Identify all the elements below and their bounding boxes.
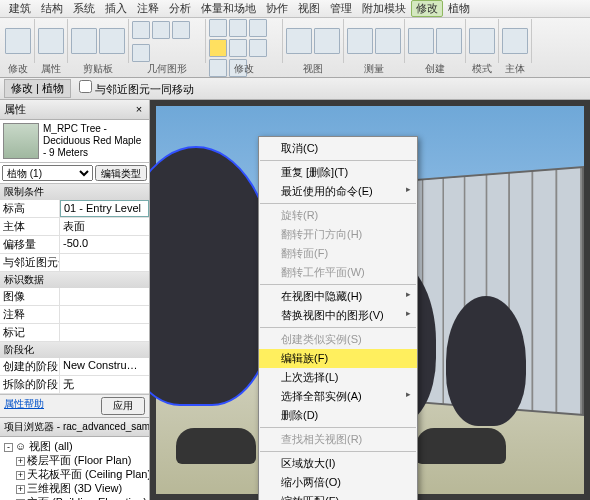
context-menu-item[interactable]: 上次选择(L) [259,368,417,387]
menu-植物[interactable]: 植物 [443,1,475,16]
menu-注释[interactable]: 注释 [132,1,164,16]
ribbon-icon[interactable] [469,28,495,54]
menu-分析[interactable]: 分析 [164,1,196,16]
menu-附加模块[interactable]: 附加模块 [357,1,411,16]
prop-value[interactable] [60,324,149,341]
ribbon-icon[interactable] [209,19,227,37]
properties-grid[interactable]: 限制条件标高01 - Entry Level主体表面偏移量-50.0与邻近图元一… [0,184,149,394]
ribbon-icon[interactable] [347,28,373,54]
tree-node[interactable]: +立面 (Building Elevation) [2,495,147,500]
ribbon-icon[interactable] [375,28,401,54]
ribbon-icon[interactable] [99,28,125,54]
checkbox[interactable] [79,80,92,93]
prop-group-header[interactable]: 标识数据 [0,272,149,288]
move-with-nearby-checkbox[interactable]: 与邻近图元一同移动 [79,80,194,97]
menu-协作[interactable]: 协作 [261,1,293,16]
prop-value[interactable] [60,288,149,305]
type-selector[interactable]: M_RPC Tree - Deciduous Red Maple - 9 Met… [0,120,149,163]
ribbon-icon[interactable] [408,28,434,54]
ribbon-icon[interactable] [249,39,267,57]
context-menu-item[interactable]: 删除(D) [259,406,417,425]
prop-value[interactable]: -50.0 [60,236,149,253]
tree-node[interactable]: +天花板平面 (Ceiling Plan) [2,467,147,481]
context-menu[interactable]: 取消(C)重复 [删除](T)最近使用的命令(E)旋转(R)翻转开门方向(H)翻… [258,136,418,500]
ribbon-icon[interactable] [5,28,31,54]
prop-row[interactable]: 偏移量-50.0 [0,236,149,254]
menu-修改[interactable]: 修改 [411,0,443,17]
close-icon[interactable]: × [133,104,145,116]
ribbon-icon[interactable] [436,28,462,54]
ribbon-group-创建: 创建 [405,19,466,63]
ribbon-icon[interactable] [172,21,190,39]
menu-插入[interactable]: 插入 [100,1,132,16]
expand-icon[interactable]: + [16,457,25,466]
ribbon-icon[interactable] [286,28,312,54]
prop-row[interactable]: 图像 [0,288,149,306]
ribbon-icon[interactable] [249,19,267,37]
expand-icon[interactable]: + [16,485,25,494]
tree-root[interactable]: -☺ 视图 (all) [2,439,147,453]
prop-value[interactable]: 无 [60,376,149,393]
apply-button[interactable]: 应用 [101,397,145,415]
ribbon-group-label: 创建 [405,62,465,76]
menu-体量和场地[interactable]: 体量和场地 [196,1,261,16]
ribbon-icon[interactable] [314,28,340,54]
ribbon-icon[interactable] [71,28,97,54]
context-menu-item[interactable]: 在视图中隐藏(H) [259,287,417,306]
menu-管理[interactable]: 管理 [325,1,357,16]
prop-value[interactable] [60,306,149,323]
ribbon-icon[interactable] [132,21,150,39]
tree-node[interactable]: +楼层平面 (Floor Plan) [2,453,147,467]
menu-视图[interactable]: 视图 [293,1,325,16]
context-menu-item[interactable]: 替换视图中的图形(V) [259,306,417,325]
prop-row[interactable]: 拆除的阶段无 [0,376,149,394]
ribbon-group-几何图形: 几何图形 [129,19,206,63]
prop-row[interactable]: 创建的阶段New Constru… [0,358,149,376]
menubar[interactable]: 建筑结构系统插入注释分析体量和场地协作视图管理附加模块修改植物 [0,0,590,18]
prop-group-header[interactable]: 阶段化 [0,342,149,358]
ribbon-icon[interactable] [152,21,170,39]
prop-value[interactable]: 表面 [60,218,149,235]
context-menu-item: 翻转工作平面(W) [259,263,417,282]
ribbon-icon[interactable] [209,39,227,57]
ribbon-icon[interactable] [229,39,247,57]
ribbon-icon[interactable] [502,28,528,54]
prop-row[interactable]: 注释 [0,306,149,324]
prop-key: 图像 [0,288,60,305]
context-menu-item[interactable]: 重复 [删除](T) [259,163,417,182]
ribbon-group-主体: 主体 [499,19,532,63]
expand-icon[interactable]: + [16,471,25,480]
menu-建筑[interactable]: 建筑 [4,1,36,16]
expand-icon[interactable]: - [4,443,13,452]
properties-title: 属性 [4,102,26,117]
prop-value[interactable]: New Constru… [60,358,149,375]
prop-group-header[interactable]: 限制条件 [0,184,149,200]
context-menu-item: 创建类似实例(S) [259,330,417,349]
ribbon-icon[interactable] [229,19,247,37]
prop-row[interactable]: 标高01 - Entry Level [0,200,149,218]
context-menu-item[interactable]: 取消(C) [259,139,417,158]
context-menu-item[interactable]: 选择全部实例(A) [259,387,417,406]
category-select[interactable]: 植物 (1) [2,165,93,181]
prop-value[interactable]: 01 - Entry Level [60,200,149,217]
menu-系统[interactable]: 系统 [68,1,100,16]
properties-help-link[interactable]: 属性帮助 [4,397,44,415]
prop-row[interactable]: 标记 [0,324,149,342]
edit-type-button[interactable]: 编辑类型 [95,165,147,181]
ribbon-group-测量: 测量 [344,19,405,63]
prop-value[interactable] [60,254,149,271]
context-menu-item[interactable]: 最近使用的命令(E) [259,182,417,201]
context-menu-item[interactable]: 缩放匹配(F) [259,492,417,500]
prop-row[interactable]: 与邻近图元一同… [0,254,149,272]
tree-element[interactable] [446,296,526,426]
prop-row[interactable]: 主体表面 [0,218,149,236]
context-menu-item[interactable]: 缩小两倍(O) [259,473,417,492]
tree-node[interactable]: +三维视图 (3D View) [2,481,147,495]
menu-结构[interactable]: 结构 [36,1,68,16]
project-browser-tree[interactable]: -☺ 视图 (all)+楼层平面 (Floor Plan)+天花板平面 (Cei… [0,437,149,500]
ribbon-icon[interactable] [132,44,150,62]
prop-key: 拆除的阶段 [0,376,60,393]
context-menu-item[interactable]: 区域放大(I) [259,454,417,473]
context-menu-item[interactable]: 编辑族(F) [259,349,417,368]
ribbon-icon[interactable] [38,28,64,54]
